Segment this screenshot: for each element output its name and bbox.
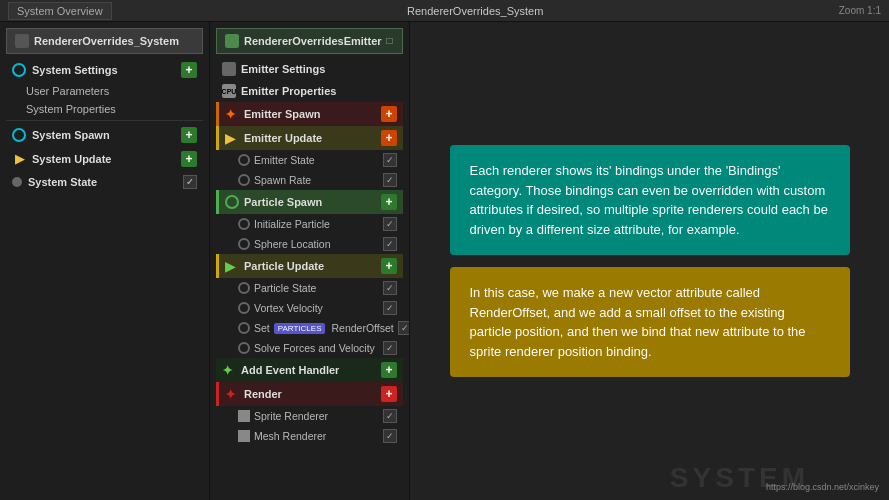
system-properties-label: System Properties	[26, 103, 116, 115]
spawn-rate-item[interactable]: Spawn Rate ✓	[216, 170, 403, 190]
emitter-state-item[interactable]: Emitter State ✓	[216, 150, 403, 170]
initialize-particle-label: Initialize Particle	[254, 218, 330, 230]
mesh-renderer-checkbox[interactable]: ✓	[383, 429, 397, 443]
emitter-update-label: Emitter Update	[244, 132, 322, 144]
main-area: RendererOverrides_System System Settings…	[0, 22, 889, 500]
system-settings-item[interactable]: System Settings +	[6, 58, 203, 82]
yellow-arrow-icon: ▶	[12, 152, 26, 166]
particle-update-label: Particle Update	[244, 260, 324, 272]
cyan-circle-icon-2	[12, 128, 26, 142]
emitter-spawn-section[interactable]: ✦ Emitter Spawn +	[216, 102, 403, 126]
render-offset-checkbox[interactable]: ✓	[398, 321, 410, 335]
system-settings-label: System Settings	[32, 64, 118, 76]
emitter-panel: RendererOverridesEmitter □ Emitter Setti…	[210, 22, 410, 500]
settings-icon	[222, 62, 236, 76]
system-panel-icon	[15, 34, 29, 48]
vortex-velocity-checkbox[interactable]: ✓	[383, 301, 397, 315]
particles-tag: PARTICLES	[274, 323, 326, 334]
circle-icon-3	[238, 218, 250, 230]
emitter-properties-label: Emitter Properties	[241, 85, 336, 97]
sphere-location-label: Sphere Location	[254, 238, 330, 250]
initialize-particle-item[interactable]: Initialize Particle ✓	[216, 214, 403, 234]
particle-update-plus-button[interactable]: +	[381, 258, 397, 274]
system-state-item[interactable]: System State ✓	[6, 171, 203, 193]
sprite-renderer-item[interactable]: Sprite Renderer ✓	[216, 406, 403, 426]
add-event-handler-section[interactable]: ✦ Add Event Handler +	[216, 358, 403, 382]
system-settings-plus-button[interactable]: +	[181, 62, 197, 78]
circle-icon-7	[238, 322, 250, 334]
sprite-renderer-checkbox[interactable]: ✓	[383, 409, 397, 423]
particle-state-checkbox[interactable]: ✓	[383, 281, 397, 295]
emitter-ext-icon[interactable]: □	[387, 35, 394, 47]
info-box-gold: In this case, we make a new vector attri…	[450, 267, 850, 377]
circle-icon-5	[238, 282, 250, 294]
window-title: RendererOverrides_System	[112, 5, 839, 17]
emitter-update-plus-button[interactable]: +	[381, 130, 397, 146]
initialize-particle-checkbox[interactable]: ✓	[383, 217, 397, 231]
emitter-state-checkbox[interactable]: ✓	[383, 153, 397, 167]
sprite-renderer-label: Sprite Renderer	[254, 410, 328, 422]
particle-update-section[interactable]: ▶ Particle Update +	[216, 254, 403, 278]
sphere-location-checkbox[interactable]: ✓	[383, 237, 397, 251]
render-section[interactable]: ✦ Render +	[216, 382, 403, 406]
system-update-item[interactable]: ▶ System Update +	[6, 147, 203, 171]
render-plus-button[interactable]: +	[381, 386, 397, 402]
set-label: Set	[254, 322, 270, 334]
system-update-plus-button[interactable]: +	[181, 151, 197, 167]
emitter-panel-title: RendererOverridesEmitter	[244, 35, 382, 47]
vortex-velocity-item[interactable]: Vortex Velocity ✓	[216, 298, 403, 318]
spark-orange-icon: ✦	[225, 107, 239, 121]
info-text-teal: Each renderer shows its' bindings under …	[470, 163, 828, 237]
user-parameters-item[interactable]: User Parameters	[6, 82, 203, 100]
system-spawn-item[interactable]: System Spawn +	[6, 123, 203, 147]
emitter-settings-section[interactable]: Emitter Settings	[216, 58, 403, 80]
circle-icon	[238, 154, 250, 166]
circle-icon-4	[238, 238, 250, 250]
emitter-spawn-plus-button[interactable]: +	[381, 106, 397, 122]
emitter-state-label: Emitter State	[254, 154, 315, 166]
tab-system-overview[interactable]: System Overview	[8, 2, 112, 20]
info-text-gold: In this case, we make a new vector attri…	[470, 285, 806, 359]
particle-spawn-section[interactable]: Particle Spawn +	[216, 190, 403, 214]
mesh-renderer-label: Mesh Renderer	[254, 430, 326, 442]
emitter-panel-icon	[225, 34, 239, 48]
circle-icon-2	[238, 174, 250, 186]
system-spawn-plus-button[interactable]: +	[181, 127, 197, 143]
solve-forces-checkbox[interactable]: ✓	[383, 341, 397, 355]
emitter-properties-section[interactable]: CPU Emitter Properties	[216, 80, 403, 102]
solve-forces-item[interactable]: Solve Forces and Velocity ✓	[216, 338, 403, 358]
gray-dot-icon	[12, 177, 22, 187]
particle-spawn-label: Particle Spawn	[244, 196, 322, 208]
emitter-update-section[interactable]: ▶ Emitter Update +	[216, 126, 403, 150]
circle-icon-8	[238, 342, 250, 354]
spark-green-icon: ✦	[222, 363, 236, 377]
system-state-label: System State	[28, 176, 97, 188]
url-watermark: https://blog.csdn.net/xcinkey	[766, 482, 879, 492]
render-offset-label: RenderOffset	[331, 322, 393, 334]
mesh-renderer-item[interactable]: Mesh Renderer ✓	[216, 426, 403, 446]
solve-forces-label: Solve Forces and Velocity	[254, 342, 375, 354]
add-event-plus-button[interactable]: +	[381, 362, 397, 378]
zoom-label: Zoom 1:1	[839, 5, 881, 16]
spawn-rate-checkbox[interactable]: ✓	[383, 173, 397, 187]
system-spawn-label: System Spawn	[32, 129, 110, 141]
bolt-green-icon: ▶	[225, 259, 239, 273]
system-properties-item[interactable]: System Properties	[6, 100, 203, 118]
render-icon: ✦	[225, 387, 239, 401]
circle-icon-6	[238, 302, 250, 314]
emitter-spawn-label: Emitter Spawn	[244, 108, 320, 120]
circle-green-icon	[225, 195, 239, 209]
set-render-offset-item[interactable]: Set PARTICLES RenderOffset ✓	[216, 318, 403, 338]
system-state-checkbox[interactable]: ✓	[183, 175, 197, 189]
top-bar: System Overview RendererOverrides_System…	[0, 0, 889, 22]
sprite-icon	[238, 410, 250, 422]
mesh-icon	[238, 430, 250, 442]
particle-spawn-plus-button[interactable]: +	[381, 194, 397, 210]
particle-state-item[interactable]: Particle State ✓	[216, 278, 403, 298]
particle-state-label: Particle State	[254, 282, 316, 294]
sphere-location-item[interactable]: Sphere Location ✓	[216, 234, 403, 254]
system-update-label: System Update	[32, 153, 111, 165]
info-box-teal: Each renderer shows its' bindings under …	[450, 145, 850, 255]
emitter-panel-header: RendererOverridesEmitter □	[216, 28, 403, 54]
spawn-rate-label: Spawn Rate	[254, 174, 311, 186]
